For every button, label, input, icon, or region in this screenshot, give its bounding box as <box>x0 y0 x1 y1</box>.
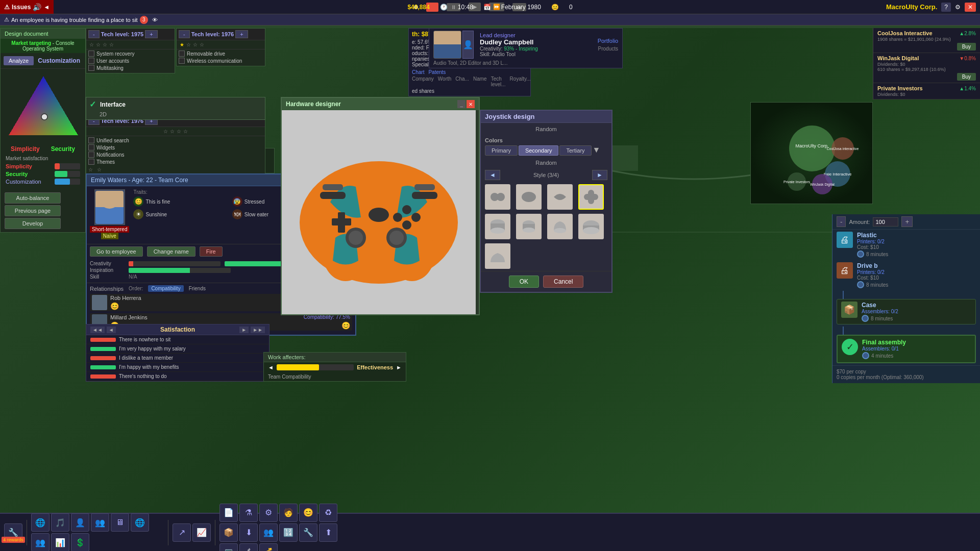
checkbox-themes[interactable] <box>88 159 94 165</box>
style-next-btn[interactable]: ► <box>592 170 607 180</box>
thumb-9[interactable] <box>485 243 510 269</box>
case-assemblers: Assemblers: 0/2 <box>862 309 898 314</box>
sat-nav-fwd[interactable]: ► <box>239 327 249 333</box>
goto-employee-btn[interactable]: Go to employee <box>90 246 143 257</box>
products-link[interactable]: Products <box>598 46 618 52</box>
person-btn[interactable]: 🧑 <box>279 504 298 522</box>
stock-name-2: WinJask Digital <box>877 55 919 61</box>
creativity-label: Creativity <box>90 261 126 266</box>
sat-nav-last[interactable]: ►► <box>251 327 265 333</box>
buy-btn-1[interactable]: Buy <box>957 43 976 51</box>
checkbox-multitasking[interactable] <box>88 65 94 71</box>
gear-btn[interactable]: ⚙ <box>259 504 278 522</box>
issues-section[interactable]: ⚠ Issues 🔊 ◄ <box>0 0 54 14</box>
monitor-btn[interactable]: 🖥 <box>111 513 129 532</box>
nav-left-icon[interactable]: ◄ <box>268 364 274 370</box>
download-btn[interactable]: ⬇ <box>239 523 258 542</box>
hw-close-btn[interactable]: ✕ <box>467 100 475 108</box>
tech-plus-btn[interactable]: + <box>145 30 157 38</box>
thumb-2[interactable] <box>516 184 542 210</box>
thumb-1[interactable] <box>485 184 510 210</box>
tech-plus-btn-2[interactable]: + <box>235 30 248 38</box>
mfg-expand-btn[interactable]: + <box>901 216 913 227</box>
checkbox-unified-search[interactable] <box>88 137 94 143</box>
graph-btn[interactable]: 📈 <box>192 523 211 542</box>
portfolio-link[interactable]: Portfolio <box>598 38 618 44</box>
thumb-7[interactable] <box>547 214 573 239</box>
plastic-printers: Printers: 0/2 <box>857 239 888 244</box>
settings-btn[interactable]: ⚙ <box>955 4 961 11</box>
mfg-minus-btn[interactable]: - <box>837 216 846 227</box>
close-btn[interactable]: ✕ <box>965 3 976 12</box>
nav-right-icon[interactable]: ► <box>396 364 402 370</box>
globe-btn[interactable]: 🌐 <box>31 513 50 532</box>
sat-nav-prev[interactable]: ◄◄ <box>90 327 105 333</box>
color-tabs: Primary Secondary Tertiary ▼ <box>481 145 611 158</box>
calc2-btn[interactable]: 💻 <box>219 543 238 552</box>
checkbox-wireless[interactable] <box>179 58 185 64</box>
auto-balance-btn[interactable]: Auto-balance <box>5 192 61 204</box>
jd-buttons: OK Cancel <box>481 271 611 292</box>
secondary-tab[interactable]: Secondary <box>519 145 559 156</box>
patents-link[interactable]: Patents <box>428 69 446 75</box>
primary-tab[interactable]: Primary <box>485 145 518 156</box>
box-btn[interactable]: 📦 <box>219 523 238 542</box>
lab-btn[interactable]: ⚗ <box>239 504 258 522</box>
thumb-5[interactable] <box>485 214 510 239</box>
hw-minimize-btn[interactable]: _ <box>457 100 465 108</box>
color-triangle[interactable] <box>1 69 85 145</box>
checkbox-sys-recovery[interactable] <box>88 51 94 57</box>
thumb-8[interactable] <box>578 214 604 239</box>
compat-badge[interactable]: Compatibility <box>148 285 183 292</box>
jd-ok-btn[interactable]: OK <box>509 276 539 288</box>
music-btn[interactable]: 🎵 <box>51 513 69 532</box>
jd-cancel-btn[interactable]: Cancel <box>543 276 583 288</box>
style-prev-btn[interactable]: ◄ <box>485 170 500 180</box>
hw-title: Hardware designer <box>286 101 341 108</box>
group-btn[interactable]: 👥 <box>91 513 109 532</box>
people-btn-2[interactable]: 👥 <box>259 523 278 542</box>
network-btn[interactable]: 🌐 <box>131 513 149 532</box>
upload-btn[interactable]: ⬆ <box>319 523 337 542</box>
interface-check[interactable]: ✓ Interface <box>89 99 262 109</box>
help-btn[interactable]: ? <box>941 3 951 12</box>
wrench-btn[interactable]: 🔧 <box>299 523 317 542</box>
thumb-6[interactable] <box>516 214 542 239</box>
tech-minus-btn[interactable]: - <box>88 30 100 38</box>
scroll-down-icon[interactable]: ▼ <box>593 145 601 156</box>
develop-btn[interactable]: Develop <box>5 218 61 229</box>
people-btn[interactable]: 👤 <box>71 513 89 532</box>
tech-minus-btn-2[interactable]: - <box>179 30 190 38</box>
money-display: $49,884 <box>407 4 429 11</box>
eye-icon[interactable]: 👁 <box>152 17 158 23</box>
analyze-btn[interactable]: Analyze <box>4 56 34 65</box>
money-btn-tb[interactable]: 💰 <box>259 543 278 552</box>
tertiary-tab[interactable]: Tertiary <box>559 145 591 156</box>
change-name-btn[interactable]: Change name <box>147 246 195 257</box>
thumb-4[interactable] <box>578 184 604 210</box>
thought-bar-1 <box>90 338 116 342</box>
sat-title: Market satisfaction <box>6 156 80 161</box>
checkbox-notifications[interactable] <box>88 152 94 158</box>
checkbox-widgets[interactable] <box>88 144 94 151</box>
recycle-btn[interactable]: ♻ <box>319 504 337 522</box>
pie-btn[interactable]: 🥧 <box>239 543 258 552</box>
trait-icon-1: 😊 <box>133 196 143 207</box>
checkbox-removable-drive[interactable] <box>179 51 185 57</box>
doc-btn[interactable]: 📄 <box>219 504 238 522</box>
chart-btn[interactable]: 📊 <box>51 533 69 551</box>
teams-btn[interactable]: 👥 <box>31 533 50 551</box>
tech-level-1: Tech level: 1975 <box>101 31 144 37</box>
calc-btn[interactable]: 🔢 <box>279 523 298 542</box>
dollar-btn[interactable]: 💲 <box>71 533 89 551</box>
checkbox-user-accounts[interactable] <box>88 58 94 64</box>
previous-page-btn[interactable]: Previous page <box>5 205 61 216</box>
chart-link[interactable]: Chart <box>412 69 424 75</box>
sat-nav-back[interactable]: ◄ <box>107 327 116 333</box>
arrow-btn[interactable]: ↗ <box>173 523 191 542</box>
thumb-3[interactable] <box>547 184 573 210</box>
amount-input[interactable] <box>873 217 898 227</box>
fire-btn[interactable]: Fire <box>200 246 223 257</box>
smiley-btn[interactable]: 😊 <box>299 504 317 522</box>
buy-btn-2[interactable]: Buy <box>957 73 976 81</box>
